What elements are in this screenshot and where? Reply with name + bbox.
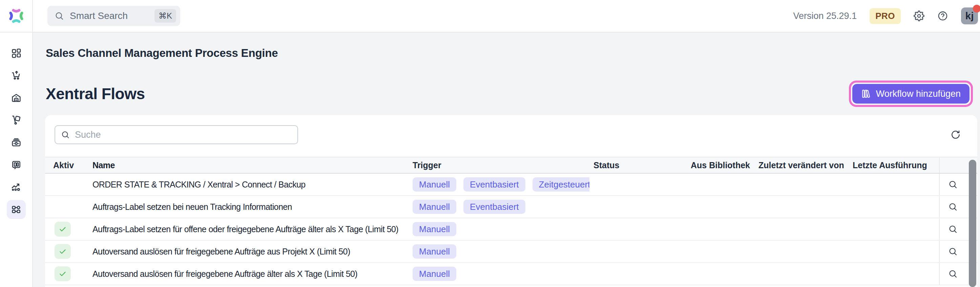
column-header-name: Name: [87, 157, 407, 173]
status-cell: [589, 241, 684, 262]
refresh-icon: [950, 129, 961, 140]
sidebar-item-finance[interactable]: [7, 133, 26, 152]
search-icon: [948, 179, 958, 190]
sidebar-item-pos[interactable]: [7, 155, 26, 174]
trigger-badge: Manuell: [413, 222, 456, 236]
trigger-badge: Eventbasiert: [463, 178, 525, 192]
active-cell: [45, 196, 87, 217]
row-details-button[interactable]: [946, 222, 960, 236]
sidebar-item-flows[interactable]: [7, 200, 26, 219]
main-content: Sales Channel Management Process Engine …: [33, 32, 980, 287]
top-bar: Smart Search ⌘K Version 25.29.1 PRO kj: [0, 0, 980, 32]
last-run-cell: [847, 241, 939, 262]
pro-badge: PRO: [870, 8, 901, 24]
trigger-badge: Manuell: [413, 178, 456, 192]
row-details-button[interactable]: [946, 178, 960, 191]
table-row[interactable]: Autoversand auslösen für freigegebene Au…: [45, 241, 977, 263]
gear-icon: [913, 11, 924, 21]
cash-icon: [11, 137, 22, 148]
trigger-cell: Manuell: [407, 218, 589, 240]
workflows-table: Aktiv Name Trigger Status Aus Bibliothek…: [45, 157, 977, 285]
app-logo[interactable]: [0, 0, 33, 32]
trigger-badge: Eventbasiert: [463, 200, 525, 214]
hand-truck-icon: [11, 115, 22, 125]
trigger-cell: ManuellEventbasiertZeitgesteuert: [407, 174, 589, 195]
version-label: Version 25.29.1: [793, 11, 857, 21]
sidebar-item-sales[interactable]: [7, 66, 26, 85]
table-row[interactable]: Auftrags-Label setzen bei neuen Tracking…: [45, 196, 977, 218]
trigger-cell: ManuellEventbasiert: [407, 196, 589, 217]
trigger-badge: Manuell: [413, 244, 456, 258]
sidebar-item-logistics[interactable]: [7, 111, 26, 130]
row-details-button[interactable]: [946, 200, 960, 214]
sidebar-item-analytics[interactable]: [7, 178, 26, 197]
add-workflow-button[interactable]: Workflow hinzufügen: [852, 84, 969, 103]
modified-by-cell: [752, 174, 847, 195]
table-header: Aktiv Name Trigger Status Aus Bibliothek…: [45, 157, 977, 174]
active-cell: [45, 263, 87, 285]
highlight-ring: Workflow hinzufügen: [849, 81, 973, 107]
table-row[interactable]: Auftrags-Label setzen für offene oder fr…: [45, 218, 977, 241]
search-icon: [948, 246, 958, 257]
status-cell: [589, 196, 684, 217]
pos-device-icon: [11, 159, 22, 170]
status-cell: [589, 174, 684, 195]
shortcut-badge: ⌘K: [154, 9, 176, 23]
trigger-cell: Manuell: [407, 263, 589, 285]
column-header-letzte-ausfuehrung: Letzte Ausführung: [847, 157, 939, 173]
xentral-logo-icon: [7, 7, 25, 25]
analytics-icon: [11, 182, 22, 193]
trigger-badge: Manuell: [413, 200, 456, 214]
status-cell: [589, 263, 684, 285]
dashboard-icon: [11, 48, 22, 59]
library-cell: [684, 263, 752, 285]
workflows-card: Aktiv Name Trigger Status Aus Bibliothek…: [45, 115, 977, 287]
modified-by-cell: [752, 241, 847, 262]
search-icon: [948, 269, 958, 279]
search-icon: [948, 202, 958, 212]
flows-icon: [11, 204, 22, 215]
scrollbar-thumb[interactable]: [969, 160, 976, 287]
refresh-button[interactable]: [948, 127, 963, 142]
trigger-cell: Manuell: [407, 241, 589, 262]
search-icon: [948, 224, 958, 234]
library-cell: [684, 241, 752, 262]
table-row[interactable]: Autoversand auslösen für freigegebene Au…: [45, 263, 977, 285]
notification-dot: [973, 5, 980, 13]
trigger-badge: Zeitgesteuert: [533, 178, 589, 192]
active-checkbox[interactable]: [54, 266, 71, 281]
active-checkbox[interactable]: [54, 244, 71, 259]
workflow-name: Autoversand auslösen für freigegebene Au…: [87, 263, 407, 285]
sidebar-item-dashboard[interactable]: [7, 44, 26, 63]
workflow-name: Auftrags-Label setzen für offene oder fr…: [87, 218, 407, 240]
settings-button[interactable]: [913, 11, 924, 21]
table-body: ORDER STATE & TRACKING / Xentral > Conne…: [45, 174, 977, 285]
workflow-name: Autoversand auslösen für freigegebene Au…: [87, 241, 407, 262]
check-icon: [58, 225, 67, 233]
row-details-button[interactable]: [946, 245, 960, 258]
row-details-button[interactable]: [946, 267, 960, 281]
trigger-badge: Manuell: [413, 267, 456, 281]
search-icon: [60, 130, 70, 140]
sidebar-nav: [0, 32, 33, 287]
column-header-zuletzt-veraendert-von: Zuletzt verändert von: [752, 157, 847, 173]
table-row[interactable]: ORDER STATE & TRACKING / Xentral > Conne…: [45, 174, 977, 196]
column-header-status: Status: [589, 157, 684, 173]
help-button[interactable]: [937, 11, 948, 21]
table-search-field: [54, 125, 298, 144]
sidebar-item-warehouse[interactable]: [7, 88, 26, 107]
active-checkbox[interactable]: [54, 222, 71, 236]
column-header-trigger: Trigger: [407, 157, 589, 173]
table-search-input[interactable]: [75, 130, 292, 140]
cart-up-icon: [11, 70, 22, 81]
check-icon: [58, 270, 67, 278]
add-workflow-label: Workflow hinzufügen: [876, 89, 961, 99]
app-title: Sales Channel Management Process Engine: [46, 47, 980, 60]
avatar-initials: kj: [965, 10, 974, 22]
user-avatar[interactable]: kj: [961, 8, 978, 24]
status-cell: [589, 218, 684, 240]
check-icon: [58, 247, 67, 256]
last-run-cell: [847, 174, 939, 195]
smart-search-button[interactable]: Smart Search ⌘K: [48, 6, 180, 26]
warehouse-icon: [11, 92, 22, 103]
